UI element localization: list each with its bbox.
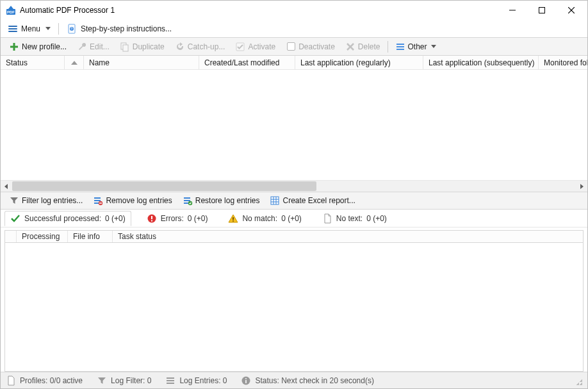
filter-log-button[interactable]: Filter log entries... [4,193,87,208]
status-logfilter: Log Filter: 0 [97,376,151,386]
col-status[interactable]: Status [1,56,65,69]
activate-button[interactable]: Activate [231,39,280,54]
hamburger-icon [8,26,17,32]
svg-rect-28 [271,197,279,204]
duplicate-button[interactable]: Duplicate [115,39,169,54]
menu-label: Menu [21,24,40,33]
menubar: Menu ? Step-by-step instructions... [1,20,587,38]
svg-rect-20 [94,200,101,201]
counter-notext-label: No text: [336,214,363,223]
activate-label: Activate [248,42,275,51]
checkbox-empty-icon [286,42,296,52]
close-button[interactable] [557,1,586,20]
scroll-right-icon[interactable] [576,181,587,192]
minimize-button[interactable] [498,1,527,20]
filter-log-label: Filter log entries... [22,196,83,205]
other-label: Other [408,42,427,51]
svg-rect-40 [167,383,174,384]
maximize-button[interactable] [527,1,557,20]
counters-row: Successful processed: 0 (+0) Errors: 0 (… [1,210,587,228]
excel-report-button[interactable]: Create Excel report... [265,193,359,208]
col-processing[interactable]: Processing [17,231,68,242]
chevron-down-icon [431,45,436,48]
counter-nomatch-label: No match: [242,214,277,223]
help-instructions-button[interactable]: ? Step-by-step instructions... [63,22,176,36]
list-icon [165,376,176,386]
other-button[interactable]: Other [391,39,441,54]
col-sort[interactable] [65,56,84,69]
counter-notext[interactable]: No text: 0 (+0) [317,211,392,226]
counter-errors[interactable]: Errors: 0 (+0) [142,211,213,226]
edit-button[interactable]: Edit... [72,39,114,54]
svg-rect-42 [246,380,247,383]
log-grid-header: Processing File info Task status [4,230,584,243]
catchup-label: Catch-up... [188,42,225,51]
restore-log-icon [183,195,193,206]
duplicate-label: Duplicate [133,42,165,51]
scroll-left-icon[interactable] [1,181,12,192]
catchup-button[interactable]: Catch-up... [170,39,230,54]
deactivate-button[interactable]: Deactivate [281,39,339,54]
col-expand[interactable] [5,231,17,242]
log-grid: Processing File info Task status [1,228,587,372]
profiles-body [1,70,587,180]
excel-report-label: Create Excel report... [282,196,355,205]
profiles-header: Status Name Created/Last modified Last a… [1,56,587,70]
svg-rect-25 [184,200,190,201]
page-icon [6,376,16,386]
remove-log-label: Remove log entries [106,196,172,205]
col-monitored[interactable]: Monitored fold [539,56,587,69]
chevron-down-icon [45,27,51,30]
col-created[interactable]: Created/Last modified [199,56,295,69]
checkbox-checked-icon [235,42,245,52]
svg-rect-23 [99,203,102,203]
document-help-icon: ? [67,24,77,34]
svg-text:PDF: PDF [7,10,15,14]
svg-text:?: ? [71,27,73,31]
new-profile-button[interactable]: New profile... [4,39,71,54]
restore-log-button[interactable]: Restore log entries [178,193,265,208]
log-grid-body [4,243,584,372]
counter-nomatch[interactable]: No match: 0 (+0) [223,211,306,226]
col-fileinfo[interactable]: File info [68,231,113,242]
status-profiles: Profiles: 0/0 active [6,376,83,386]
remove-log-button[interactable]: Remove log entries [88,193,176,208]
new-profile-label: New profile... [22,42,67,51]
scroll-track[interactable] [12,181,576,191]
counter-success-label: Successful processed: [24,214,101,223]
svg-rect-24 [184,197,190,199]
log-toolbar: Filter log entries... Remove log entries… [1,192,587,210]
svg-rect-16 [396,44,404,45]
svg-rect-34 [151,216,152,219]
delete-label: Delete [358,42,380,51]
delete-button[interactable]: Delete [341,39,385,54]
warning-icon [228,213,238,224]
status-logentries: Log Entries: 0 [165,376,227,386]
counter-success[interactable]: Successful processed: 0 (+0) [4,211,131,226]
plus-icon [9,42,19,52]
menu-button[interactable]: Menu [4,22,54,35]
col-last-regular[interactable]: Last application (regularly) [295,56,423,69]
counter-errors-label: Errors: [161,214,184,223]
col-name[interactable]: Name [84,56,199,69]
profiles-hscrollbar[interactable] [1,180,587,192]
check-icon [10,213,20,224]
spreadsheet-icon [270,195,280,206]
resize-grip[interactable] [573,376,582,385]
svg-rect-39 [167,380,174,381]
col-taskstatus[interactable]: Task status [113,231,583,242]
svg-rect-17 [396,46,404,47]
status-message: Status: Next check in 20 second(s) [241,376,373,386]
svg-rect-12 [123,45,128,51]
scroll-thumb[interactable] [12,181,316,191]
list-icon [395,42,405,52]
blank-page-icon [322,213,332,224]
svg-rect-19 [94,197,101,199]
toolbar: New profile... Edit... Duplicate Catch-u… [1,38,587,56]
funnel-icon [97,376,107,386]
col-last-subsequent[interactable]: Last application (subsequently) [423,56,539,69]
funnel-icon [9,195,19,206]
svg-rect-36 [233,217,234,220]
wrench-icon [77,42,87,52]
help-label: Step-by-step instructions... [81,24,172,33]
